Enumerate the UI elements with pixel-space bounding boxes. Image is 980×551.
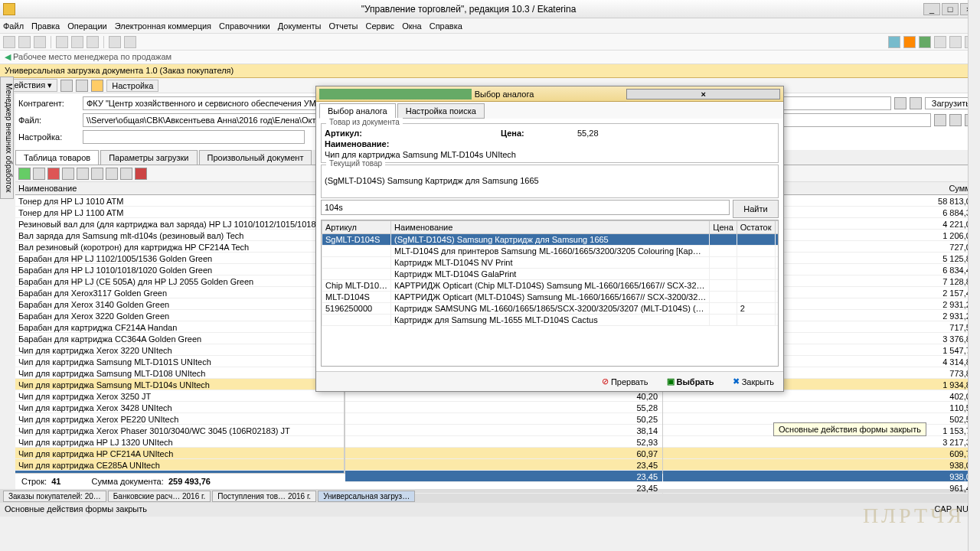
col-header-name[interactable]: Наименование — [15, 182, 344, 195]
menu-ecommerce[interactable]: Электронная коммерция — [115, 21, 211, 31]
dcol-suppliers[interactable]: Поставщики — [775, 221, 779, 234]
toolbar-action5-icon[interactable] — [949, 36, 962, 48]
menu-help[interactable]: Справка — [430, 21, 462, 31]
back-icon[interactable]: ◀ — [5, 52, 11, 61]
wtab-orders[interactable]: Заказы покупателей: 20… — [3, 491, 106, 502]
search-input[interactable] — [321, 200, 730, 215]
table-row[interactable]: Барабан для Xerox3117 Golden Green — [15, 287, 344, 298]
table-row[interactable]: Чип для картриджа Xerox 3220 UNItech — [15, 344, 344, 356]
maximize-button[interactable]: □ — [942, 3, 959, 15]
dcol-price[interactable]: Цена — [710, 221, 737, 234]
results-grid[interactable]: Артикул Наименование Цена Остаток Постав… — [321, 220, 779, 367]
dcol-article[interactable]: Артикул — [322, 221, 391, 234]
toolbar-new-icon[interactable] — [3, 36, 15, 48]
table-row[interactable]: Барабан для Xerox 3140 Golden Green — [15, 298, 344, 310]
table-row[interactable]: Резиновый вал для (для картриджа вал зар… — [15, 218, 344, 230]
toolbar-action3-icon[interactable] — [919, 36, 931, 48]
price-cell[interactable]: 50,25 — [345, 413, 662, 425]
table-row[interactable]: Вал резиновый (коротрон) для картриджа H… — [15, 241, 344, 253]
aux-btn-1[interactable] — [894, 97, 906, 109]
price-cell[interactable]: 23,45 — [345, 471, 662, 482]
move-up-icon[interactable] — [77, 168, 89, 180]
add-row-icon[interactable] — [18, 168, 31, 180]
file-input[interactable] — [83, 113, 351, 127]
price-cell[interactable]: 60,97 — [345, 448, 662, 459]
table-row[interactable]: Чип для картриджа CE285A UNItech — [15, 459, 344, 471]
edit-row-icon[interactable] — [33, 168, 45, 180]
result-row[interactable]: Картридж MLT-D104S GalaPrint — [322, 269, 779, 280]
toolbar-action2-icon[interactable] — [903, 36, 916, 48]
table-row[interactable]: Чип для картриджа Samsung MLT-D108 UNIte… — [15, 367, 344, 379]
toolbar-action4-icon[interactable] — [934, 36, 946, 48]
price-cell[interactable]: 40,20 — [345, 390, 662, 402]
result-row[interactable]: Картридж MLT-D104S NV Print — [322, 257, 779, 269]
sum-cell[interactable]: 938,00 — [663, 459, 980, 471]
result-row[interactable]: MLT-D104SКАРТРИДЖ Opticart (MLT-D104S) S… — [322, 292, 779, 303]
menu-file[interactable]: Файл — [3, 21, 24, 31]
help-icon[interactable] — [91, 80, 103, 92]
table-row[interactable]: Барабан для HP LJ 1010/1018/1020 Golden … — [15, 264, 344, 276]
cmd-icon1[interactable] — [60, 80, 73, 92]
table-row[interactable]: Вал заряда для Samsung mlt-d104s (резино… — [15, 230, 344, 241]
dcol-stock[interactable]: Остаток — [737, 221, 775, 234]
sum-cell[interactable]: 110,56 — [663, 402, 980, 413]
result-row[interactable]: MLT-D104S для принтеров Samsung ML-1660/… — [322, 246, 779, 257]
toolbar-action1-icon[interactable] — [888, 36, 900, 48]
dtab-select[interactable]: Выбор аналога — [319, 103, 396, 119]
table-row[interactable]: Барабан для картриджа CF214A Handan — [15, 321, 344, 333]
copy-row-icon[interactable] — [62, 168, 74, 180]
sidebar-tab[interactable]: Менеджер внешних обработок — [0, 77, 14, 199]
table-row[interactable]: Тонер для HP LJ 1100 ATM — [15, 207, 344, 218]
result-row[interactable]: Chip MLT-D10…КАРТРИДЖ Opticart (Chip MLT… — [322, 280, 779, 292]
settings-input[interactable] — [83, 130, 305, 144]
dialog-close-button[interactable]: × — [626, 89, 780, 99]
table-row[interactable]: Тонер для HP LJ 1010 ATM — [15, 195, 344, 207]
menu-service[interactable]: Сервис — [365, 21, 394, 31]
menu-documents[interactable]: Документы — [278, 21, 322, 31]
delete-row-icon[interactable] — [47, 168, 60, 180]
tab-load-params[interactable]: Параметры загрузки — [100, 150, 197, 165]
clear-icon[interactable] — [135, 168, 147, 180]
toolbar-undo-icon[interactable] — [109, 36, 121, 48]
wtab-bank[interactable]: Банковские расч… 2016 г. — [108, 491, 211, 502]
sort-asc-icon[interactable] — [106, 168, 118, 180]
result-row[interactable]: SgMLT-D104S(SgMLT-D104S) Samsung Картрид… — [322, 234, 779, 246]
settings-button[interactable]: Настройка — [106, 80, 158, 92]
wtab-receipts[interactable]: Поступления тов… 2016 г. — [212, 491, 316, 502]
menu-windows[interactable]: Окна — [402, 21, 422, 31]
toolbar-paste-icon[interactable] — [87, 36, 99, 48]
menu-operations[interactable]: Операции — [67, 21, 106, 31]
scrollbar[interactable] — [968, 0, 980, 551]
sum-cell[interactable]: 961,45 — [663, 482, 980, 494]
aux-btn-3[interactable] — [934, 114, 946, 126]
cmd-icon2[interactable] — [76, 80, 88, 92]
dialog-titlebar[interactable]: Выбор аналога × — [316, 86, 783, 102]
table-row[interactable]: Чип для картриджа HP LJ 1320 UNItech — [15, 436, 344, 448]
table-row[interactable]: Чип для картриджа Samsung MLT-D101S UNIt… — [15, 356, 344, 367]
toolbar-save-icon[interactable] — [34, 36, 46, 48]
counterparty-input[interactable] — [83, 96, 331, 110]
price-cell[interactable]: 38,14 — [345, 425, 662, 436]
abort-button[interactable]: ⊘Прервать — [596, 375, 655, 388]
toolbar-copy-icon[interactable] — [71, 36, 83, 48]
table-row[interactable]: Чип для картриджа CE278A UNItech — [15, 471, 344, 473]
dtab-search-settings[interactable]: Настройка поиска — [397, 103, 485, 119]
wtab-universal[interactable]: Универсальная загруз… — [318, 491, 415, 502]
table-row[interactable]: Барабан для HP LJ 1102/1005/1536 Golden … — [15, 253, 344, 264]
table-row[interactable]: Чип для картриджа Xerox 3250 JT — [15, 390, 344, 402]
table-row[interactable]: Чип для картриджа Xerox Phaser 3010/3040… — [15, 425, 344, 436]
sum-cell[interactable]: 3 217,34 — [663, 436, 980, 448]
menu-catalogs[interactable]: Справочники — [219, 21, 270, 31]
toolbar-open-icon[interactable] — [18, 36, 31, 48]
table-row[interactable]: Чип для картриджа HP CF214A UNItech — [15, 448, 344, 459]
find-button[interactable]: Найти — [733, 200, 779, 218]
dcol-name[interactable]: Наименование — [391, 221, 710, 234]
price-cell[interactable]: 23,45 — [345, 459, 662, 471]
price-cell[interactable]: 55,28 — [345, 402, 662, 413]
menu-reports[interactable]: Отчеты — [328, 21, 358, 31]
sum-cell[interactable]: 938,00 — [663, 471, 980, 482]
select-button[interactable]: ▣Выбрать — [661, 375, 720, 388]
table-row[interactable]: Барабан для HP LJ (CE 505A) для HP LJ 20… — [15, 276, 344, 287]
sort-desc-icon[interactable] — [120, 168, 132, 180]
price-cell[interactable]: 52,93 — [345, 436, 662, 448]
